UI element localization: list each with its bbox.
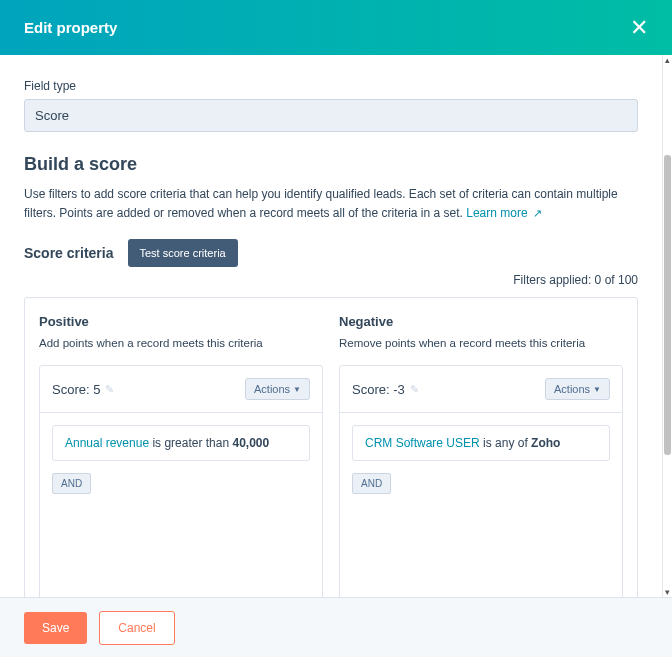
field-type-value: Score — [24, 99, 638, 132]
negative-score-body: CRM Software USER is any of Zoho AND — [340, 413, 622, 506]
pencil-icon[interactable]: ✎ — [105, 383, 114, 396]
scroll-up-icon[interactable]: ▴ — [663, 55, 672, 65]
positive-filter-field: Annual revenue — [65, 436, 149, 450]
modal-content: Field type Score Build a score Use filte… — [0, 55, 663, 597]
filters-applied-count: Filters applied: 0 of 100 — [24, 273, 638, 287]
negative-filter-op: is any of — [480, 436, 531, 450]
scrollbar[interactable]: ▴ ▾ — [663, 55, 672, 597]
negative-score-head: Score: -3 ✎ Actions ▼ — [340, 366, 622, 413]
criteria-panels: Positive Add points when a record meets … — [24, 297, 638, 597]
modal-header: Edit property ✕ — [0, 0, 672, 55]
build-score-desc: Use filters to add score criteria that c… — [24, 185, 638, 223]
positive-score-body: Annual revenue is greater than 40,000 AN… — [40, 413, 322, 506]
chevron-down-icon: ▼ — [293, 385, 301, 394]
negative-filter[interactable]: CRM Software USER is any of Zoho — [352, 425, 610, 461]
positive-actions-button[interactable]: Actions ▼ — [245, 378, 310, 400]
positive-score-value: Score: 5 ✎ — [52, 382, 114, 397]
external-link-icon: ↗ — [533, 207, 542, 219]
positive-and-button[interactable]: AND — [52, 473, 91, 494]
scrollbar-thumb[interactable] — [664, 155, 671, 455]
field-type-label: Field type — [24, 79, 638, 93]
positive-title: Positive — [39, 314, 323, 329]
negative-title: Negative — [339, 314, 623, 329]
negative-desc: Remove points when a record meets this c… — [339, 337, 623, 349]
build-score-title: Build a score — [24, 154, 638, 175]
modal-title: Edit property — [24, 19, 117, 36]
negative-actions-button[interactable]: Actions ▼ — [545, 378, 610, 400]
negative-panel: Negative Remove points when a record mee… — [339, 314, 623, 597]
chevron-down-icon: ▼ — [593, 385, 601, 394]
modal-footer: Save Cancel — [0, 597, 672, 657]
cancel-button[interactable]: Cancel — [99, 611, 174, 645]
score-criteria-label: Score criteria — [24, 245, 114, 261]
scroll-down-icon[interactable]: ▾ — [663, 587, 672, 597]
positive-score-card: Score: 5 ✎ Actions ▼ Annual revenue is g… — [39, 365, 323, 597]
pencil-icon[interactable]: ✎ — [410, 383, 419, 396]
save-button[interactable]: Save — [24, 612, 87, 644]
positive-filter-value: 40,000 — [232, 436, 269, 450]
positive-filter-op: is greater than — [149, 436, 232, 450]
positive-filter[interactable]: Annual revenue is greater than 40,000 — [52, 425, 310, 461]
negative-score-card: Score: -3 ✎ Actions ▼ CRM Software USER … — [339, 365, 623, 597]
score-criteria-row: Score criteria Test score criteria — [24, 239, 638, 267]
positive-desc: Add points when a record meets this crit… — [39, 337, 323, 349]
test-score-criteria-button[interactable]: Test score criteria — [128, 239, 238, 267]
learn-more-link[interactable]: Learn more ↗ — [466, 206, 542, 220]
positive-score-head: Score: 5 ✎ Actions ▼ — [40, 366, 322, 413]
close-icon[interactable]: ✕ — [630, 17, 648, 39]
negative-filter-field: CRM Software USER — [365, 436, 480, 450]
negative-filter-value: Zoho — [531, 436, 560, 450]
negative-and-button[interactable]: AND — [352, 473, 391, 494]
negative-score-value: Score: -3 ✎ — [352, 382, 419, 397]
positive-panel: Positive Add points when a record meets … — [39, 314, 323, 597]
